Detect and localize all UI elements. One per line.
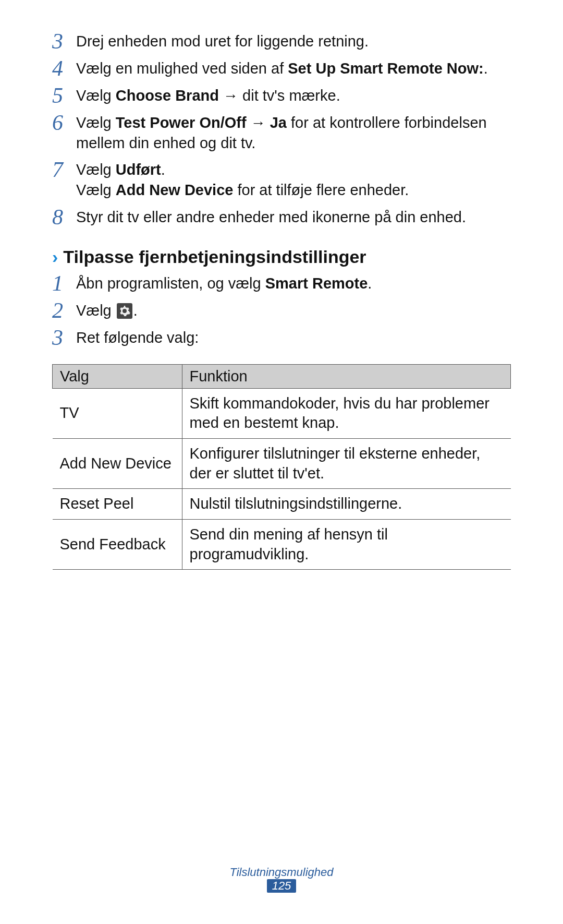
table-cell-funktion: Konfigurer tilslutninger til eksterne en… bbox=[182, 438, 511, 488]
step-text: Vælg Choose Brand → dit tv's mærke. bbox=[76, 85, 340, 106]
step: 4Vælg en mulighed ved siden af Set Up Sm… bbox=[52, 57, 511, 79]
footer-page-number: 125 bbox=[267, 879, 297, 893]
settings-icon bbox=[117, 303, 132, 319]
section-title: Tilpasse fjernbetjeningsindstillinger bbox=[63, 247, 366, 267]
steps-group-b: 1Åbn programlisten, og vælg Smart Remote… bbox=[52, 272, 511, 349]
table-cell-funktion: Send din mening af hensyn til programudv… bbox=[182, 520, 511, 570]
step-text: Vælg Test Power On/Off → Ja for at kontr… bbox=[76, 112, 511, 153]
step: 3Ret følgende valg: bbox=[52, 327, 511, 349]
section-header: › Tilpasse fjernbetjeningsindstillinger bbox=[52, 247, 511, 267]
table-header-valg: Valg bbox=[53, 364, 182, 388]
table-row: Reset PeelNulstil tilslutningsindstillin… bbox=[53, 489, 511, 520]
chevron-right-icon: › bbox=[52, 248, 58, 266]
step-number: 8 bbox=[52, 206, 76, 228]
page-footer: Tilslutningsmulighed 125 bbox=[0, 866, 563, 893]
table-cell-valg: TV bbox=[53, 388, 182, 438]
footer-section-name: Tilslutningsmulighed bbox=[0, 866, 563, 879]
page: 3Drej enheden mod uret for liggende retn… bbox=[0, 0, 563, 570]
step-number: 6 bbox=[52, 112, 76, 134]
step-text: Vælg en mulighed ved siden af Set Up Sma… bbox=[76, 57, 488, 79]
table-cell-valg: Add New Device bbox=[53, 438, 182, 488]
step-text: Vælg . bbox=[76, 299, 138, 321]
table-cell-valg: Reset Peel bbox=[53, 489, 182, 520]
step: 3Drej enheden mod uret for liggende retn… bbox=[52, 30, 511, 52]
table-row: TVSkift kommandokoder, hvis du har probl… bbox=[53, 388, 511, 438]
table-row: Add New DeviceKonfigurer tilslutninger t… bbox=[53, 438, 511, 488]
step: 8Styr dit tv eller andre enheder med iko… bbox=[52, 206, 511, 228]
step: 6Vælg Test Power On/Off → Ja for at kont… bbox=[52, 112, 511, 153]
table-cell-funktion: Nulstil tilslutningsindstillingerne. bbox=[182, 489, 511, 520]
table-row: Send FeedbackSend din mening af hensyn t… bbox=[53, 520, 511, 570]
step: 7Vælg Udført.Vælg Add New Device for at … bbox=[52, 159, 511, 200]
step-number: 3 bbox=[52, 30, 76, 52]
step-text: Åbn programlisten, og vælg Smart Remote. bbox=[76, 272, 372, 294]
step-number: 5 bbox=[52, 85, 76, 106]
step-number: 7 bbox=[52, 159, 76, 181]
step-text: Drej enheden mod uret for liggende retni… bbox=[76, 30, 369, 52]
steps-group-a: 3Drej enheden mod uret for liggende retn… bbox=[52, 30, 511, 228]
step-text: Ret følgende valg: bbox=[76, 327, 199, 348]
table-cell-valg: Send Feedback bbox=[53, 520, 182, 570]
step: 5Vælg Choose Brand → dit tv's mærke. bbox=[52, 85, 511, 106]
step: 1Åbn programlisten, og vælg Smart Remote… bbox=[52, 272, 511, 294]
options-table: Valg Funktion TVSkift kommandokoder, hvi… bbox=[52, 364, 511, 570]
step-text: Vælg Udført.Vælg Add New Device for at t… bbox=[76, 159, 409, 200]
table-header-funktion: Funktion bbox=[182, 364, 511, 388]
step-number: 1 bbox=[52, 272, 76, 294]
step: 2Vælg . bbox=[52, 299, 511, 321]
step-number: 3 bbox=[52, 327, 76, 349]
step-number: 4 bbox=[52, 57, 76, 79]
table-cell-funktion: Skift kommandokoder, hvis du har problem… bbox=[182, 388, 511, 438]
step-text: Styr dit tv eller andre enheder med ikon… bbox=[76, 206, 466, 227]
step-number: 2 bbox=[52, 299, 76, 321]
